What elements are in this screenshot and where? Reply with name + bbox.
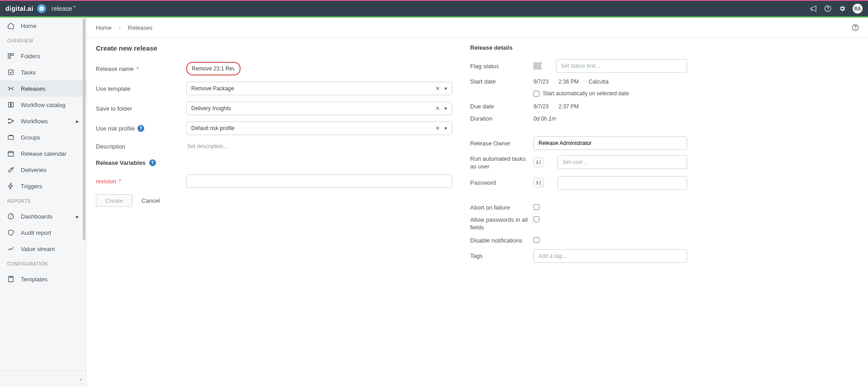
risk-profile-select[interactable]: Default risk profile ✕ ▾ [186, 121, 452, 135]
svg-rect-13 [9, 276, 12, 278]
select-value: Remove Package [191, 85, 234, 92]
help-icon[interactable]: ? [137, 125, 144, 132]
description-input[interactable]: Set description... [186, 141, 452, 151]
label-tags: Tags [470, 252, 533, 259]
svg-rect-9 [8, 136, 14, 140]
chevron-right-icon: ▸ [76, 118, 79, 125]
label-revision: revision* [96, 178, 186, 185]
duration-value: 0d 0h 1m [533, 116, 687, 122]
brand-logo[interactable]: digital.ai release [5, 4, 75, 13]
bolt-icon [7, 182, 14, 190]
label-password: Password [470, 179, 533, 186]
tags-input[interactable] [533, 249, 687, 263]
announcement-icon[interactable] [809, 5, 817, 13]
product-icon [37, 4, 46, 13]
label-disable-notif: Disable notifications [470, 237, 533, 244]
top-bar: digital.ai release RA [0, 0, 868, 16]
product-name: release [52, 5, 75, 12]
use-template-select[interactable]: Remove Package ✕ ▾ [186, 82, 452, 95]
nav-label: Groups [21, 134, 40, 141]
chevron-down-icon[interactable]: ▾ [444, 105, 447, 112]
main-content: Home › Releases Create new release Relea… [87, 18, 868, 387]
nav-folders[interactable]: Folders [0, 48, 86, 64]
save-to-folder-select[interactable]: Delivery Insights ✕ ▾ [186, 102, 452, 115]
label-flag-status: Flag status [470, 63, 533, 70]
gear-icon[interactable] [838, 5, 846, 13]
nav-releases[interactable]: Releases [0, 80, 86, 97]
svg-rect-2 [8, 54, 10, 56]
nav-groups[interactable]: Groups [0, 129, 86, 145]
release-details-header: Release details [470, 44, 687, 51]
brand-text: digital.ai [5, 5, 33, 12]
collapse-sidebar[interactable]: ‹ [0, 371, 86, 387]
nav-label: Audit report [21, 229, 51, 236]
start-time-value[interactable]: 2:36 PM [558, 79, 579, 85]
label-duration: Duration [470, 115, 533, 122]
nav-release-calendar[interactable]: Release calendar [0, 145, 86, 162]
folders-icon [7, 52, 14, 60]
nav-label: Deliveries [21, 167, 47, 173]
release-name-input[interactable] [186, 62, 241, 75]
releases-icon [7, 85, 14, 92]
label-run-as-user: Run automated tasks as user [470, 155, 533, 171]
due-time-value[interactable]: 2:37 PM [558, 103, 579, 110]
nav-templates[interactable]: Templates [0, 271, 86, 287]
page-title: Create new release [96, 44, 452, 52]
start-date-value[interactable]: 9/7/23 [533, 79, 548, 85]
allow-passwords-checkbox[interactable] [533, 216, 539, 222]
gauge-icon [7, 213, 14, 220]
label-description: Description [96, 143, 186, 150]
chevron-right-icon: › [119, 24, 121, 31]
revision-input[interactable] [186, 174, 452, 188]
sidebar-scrollbar[interactable] [82, 18, 86, 387]
breadcrumb-releases[interactable]: Releases [128, 24, 152, 31]
groups-icon [7, 134, 14, 141]
disable-notifications-checkbox[interactable] [533, 237, 539, 243]
nav-tasks[interactable]: Tasks [0, 64, 86, 80]
select-value: Default risk profile [191, 125, 235, 131]
password-input[interactable] [557, 176, 687, 190]
start-tz-value[interactable]: Calcutta [589, 79, 609, 85]
due-date-value[interactable]: 9/7/23 [533, 103, 548, 110]
variable-toggle[interactable]: ${ [533, 158, 544, 167]
svg-point-6 [8, 119, 9, 120]
select-value: Delivery Insights [191, 105, 231, 112]
run-as-user-input[interactable] [557, 155, 687, 169]
variable-toggle[interactable]: ${ [533, 178, 544, 187]
chevron-down-icon[interactable]: ▾ [444, 125, 447, 131]
nav-workflow-catalog[interactable]: Workflow catalog [0, 97, 86, 113]
user-avatar[interactable]: RA [853, 4, 863, 14]
svg-rect-10 [8, 151, 14, 156]
nav-deliveries[interactable]: Deliveries [0, 162, 86, 178]
nav-dashboards[interactable]: Dashboards ▸ [0, 208, 86, 224]
abort-on-failure-checkbox[interactable] [533, 204, 539, 210]
svg-rect-3 [11, 54, 14, 56]
label-use-risk-profile: Use risk profile ? [96, 125, 186, 132]
clear-icon[interactable]: ✕ [435, 85, 440, 92]
help-icon[interactable] [824, 5, 832, 13]
flag-icon[interactable] [533, 62, 542, 70]
nav-workflows[interactable]: Workflows ▸ [0, 113, 86, 129]
nav-triggers[interactable]: Triggers [0, 178, 86, 194]
breadcrumb-home[interactable]: Home [96, 24, 112, 31]
create-button[interactable]: Create [96, 194, 132, 207]
nav-home[interactable]: Home [0, 18, 86, 34]
help-icon[interactable]: ? [149, 159, 156, 166]
help-icon[interactable] [852, 24, 859, 31]
release-owner-input[interactable] [533, 136, 687, 150]
chevron-down-icon[interactable]: ▾ [444, 85, 447, 92]
clear-icon[interactable]: ✕ [435, 105, 440, 112]
book-icon [7, 101, 14, 108]
label-release-name: Release name* [96, 65, 186, 72]
nav-audit-report[interactable]: Audit report [0, 224, 86, 241]
section-reports: REPORTS [0, 194, 86, 208]
chevron-right-icon: ▸ [76, 213, 79, 220]
cancel-button[interactable]: Cancel [142, 197, 160, 204]
topbar-actions: RA [809, 4, 863, 14]
clear-icon[interactable]: ✕ [435, 125, 440, 131]
flag-status-input[interactable] [556, 59, 687, 73]
auto-start-checkbox[interactable] [533, 91, 539, 97]
label-auto-start: Start automatically on selected date [543, 90, 629, 97]
tasks-icon [7, 69, 14, 76]
nav-value-stream[interactable]: Value stream [0, 241, 86, 257]
